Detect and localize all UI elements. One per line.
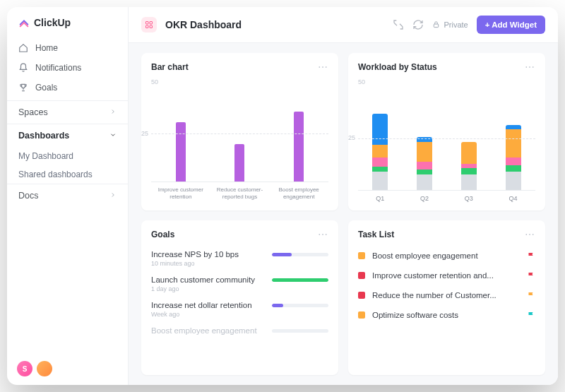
widget-title: Workload by Status	[358, 62, 437, 72]
stack-segment	[372, 167, 388, 172]
sidebar-footer: S	[7, 352, 128, 385]
sidebar-section-docs[interactable]: Docs	[7, 184, 128, 207]
goals-list: Increase NPS by 10 bps10 minutes agoLaun…	[151, 246, 328, 340]
app-window: ClickUp Home Notifications Goals Spaces …	[7, 7, 558, 385]
avatar[interactable]: S	[17, 361, 32, 376]
flag-icon[interactable]	[527, 291, 535, 299]
chevron-right-icon	[109, 191, 117, 201]
goal-row[interactable]: Increase NPS by 10 bps10 minutes ago	[151, 246, 328, 271]
section-label: Spaces	[18, 107, 48, 117]
stack-segment	[372, 172, 388, 190]
status-square-icon	[358, 252, 365, 259]
stack-segment	[506, 165, 521, 172]
bar[interactable]	[294, 112, 304, 182]
expand-icon[interactable]	[393, 19, 404, 30]
stacked-bar[interactable]	[417, 137, 432, 190]
stack-segment	[417, 142, 432, 162]
stacked-plot-area: 25	[358, 87, 535, 191]
progress-bar	[272, 278, 328, 282]
avatar[interactable]	[37, 361, 52, 376]
trophy-icon	[18, 83, 28, 93]
flag-icon[interactable]	[527, 311, 535, 319]
svg-rect-0	[146, 22, 149, 25]
more-icon[interactable]: ⋯	[525, 229, 535, 240]
goal-row[interactable]: Launch customer community1 day ago	[151, 271, 328, 297]
stack-segment	[506, 172, 521, 190]
more-icon[interactable]: ⋯	[318, 61, 328, 73]
sidebar-item-my-dashboard[interactable]: My Dashboard	[7, 147, 128, 165]
stacked-bar[interactable]	[372, 114, 388, 190]
add-widget-button[interactable]: + Add Widget	[477, 16, 545, 34]
bar[interactable]	[234, 144, 244, 182]
sidebar-section-dashboards[interactable]: Dashboards	[7, 124, 128, 147]
widget-title: Goals	[151, 230, 174, 239]
stack-category-label: Q4	[499, 195, 528, 202]
bar-category-label: Improve customer retention	[156, 186, 206, 202]
flag-icon[interactable]	[527, 251, 535, 260]
task-row[interactable]: Reduce the number of Customer...	[358, 285, 535, 305]
svg-rect-1	[150, 22, 153, 25]
more-icon[interactable]: ⋯	[318, 229, 328, 240]
task-name: Reduce the number of Customer...	[372, 291, 496, 299]
sidebar-item-goals[interactable]: Goals	[7, 78, 128, 97]
sidebar-item-home[interactable]: Home	[7, 38, 128, 58]
stack-segment	[506, 158, 521, 165]
section-label: Docs	[18, 191, 38, 201]
status-square-icon	[358, 272, 365, 279]
task-name: Optimize software costs	[372, 311, 458, 319]
bar-category-label: Boost employee engagement	[274, 186, 323, 202]
topbar: OKR Dashboard Private + Add Widget	[129, 7, 558, 43]
goal-name: Increase NPS by 10 bps	[151, 250, 239, 259]
goal-timestamp: Week ago	[151, 311, 328, 318]
stack-category-label: Q3	[455, 195, 483, 202]
stack-segment	[461, 164, 477, 169]
brand-logo[interactable]: ClickUp	[7, 7, 128, 35]
widget-workload: Workload by Status ⋯ 50 25 Q1Q2Q3Q4	[348, 53, 545, 210]
stack-category-label: Q1	[366, 195, 394, 202]
goal-timestamp: 10 minutes ago	[151, 260, 328, 267]
refresh-icon[interactable]	[412, 19, 424, 30]
bell-icon	[18, 63, 28, 73]
bar-category-label: Reduce customer-reported bugs	[215, 186, 264, 202]
stack-segment	[417, 162, 432, 170]
stacked-bar[interactable]	[506, 125, 521, 190]
goal-name: Launch customer community	[151, 275, 255, 284]
sidebar-item-notifications[interactable]: Notifications	[7, 58, 128, 78]
task-name: Improve customer retention and...	[372, 271, 494, 280]
stack-segment	[417, 137, 432, 142]
sidebar-item-label: Home	[35, 43, 58, 53]
main-content: OKR Dashboard Private + Add Widget Bar c…	[129, 7, 558, 385]
more-icon[interactable]: ⋯	[525, 61, 535, 73]
sidebar-section-spaces[interactable]: Spaces	[7, 100, 128, 124]
bar-plot-area: 25	[151, 85, 328, 182]
page-title: OKR Dashboard	[165, 19, 242, 30]
goal-name: Boost employee engagement	[151, 326, 257, 335]
bar-chart-body: 50 25 Improve customer retentionReduce c…	[151, 78, 328, 202]
sidebar-item-label: Notifications	[35, 63, 81, 73]
widget-bar-chart: Bar chart ⋯ 50 25 Improve customer reten…	[141, 53, 338, 210]
stack-segment	[372, 158, 388, 167]
stack-segment	[461, 168, 477, 174]
flag-icon[interactable]	[527, 271, 535, 280]
lock-icon	[432, 20, 440, 30]
stacked-bar[interactable]	[461, 142, 477, 190]
stack-segment	[461, 142, 477, 164]
goal-row[interactable]: Increase net dollar retentionWeek ago	[151, 297, 328, 322]
privacy-label: Private	[444, 20, 468, 29]
progress-bar	[272, 253, 328, 256]
stack-category-label: Q2	[410, 195, 439, 202]
task-row[interactable]: Boost employee engagement	[358, 246, 535, 266]
dashboard-icon	[141, 17, 157, 32]
goal-timestamp: 1 day ago	[151, 285, 328, 292]
goal-row[interactable]: Boost employee engagement	[151, 322, 328, 340]
progress-bar	[272, 304, 328, 307]
task-list: Boost employee engagementImprove custome…	[358, 246, 535, 325]
home-icon	[18, 43, 28, 53]
task-row[interactable]: Optimize software costs	[358, 305, 535, 325]
status-square-icon	[358, 292, 365, 299]
bar[interactable]	[176, 122, 186, 182]
sidebar-item-shared-dashboards[interactable]: Shared dashboards	[7, 165, 128, 184]
privacy-indicator[interactable]: Private	[432, 20, 468, 30]
chevron-right-icon	[109, 107, 117, 117]
task-row[interactable]: Improve customer retention and...	[358, 266, 535, 285]
